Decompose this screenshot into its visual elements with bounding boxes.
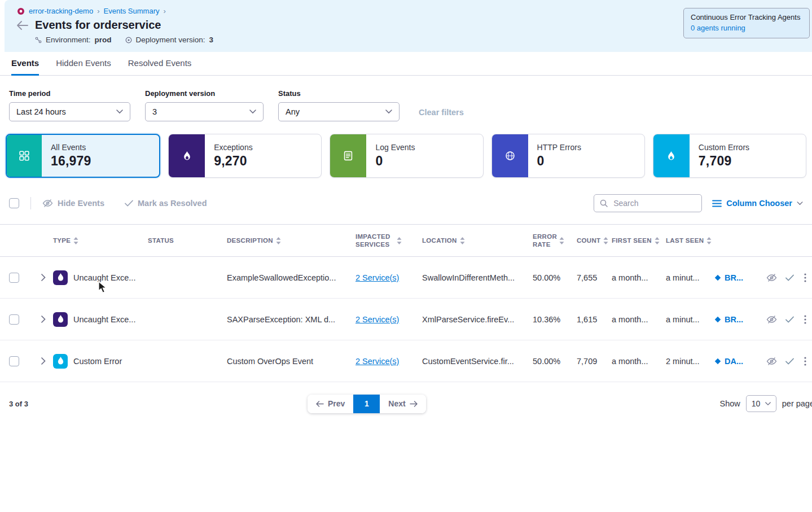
card-all-events[interactable]: All Events 16,979 xyxy=(6,134,160,178)
clear-filters-button[interactable]: Clear filters xyxy=(419,108,464,117)
flame-icon xyxy=(57,273,64,282)
mark-resolved-button[interactable]: Mark as Resolved xyxy=(125,199,207,208)
table-row: Uncaught Exce... ExampleSwallowedExcepti… xyxy=(0,257,812,299)
row-menu-button[interactable] xyxy=(798,357,812,366)
hide-event-button[interactable] xyxy=(762,273,781,282)
environment-label: Environment: xyxy=(46,36,91,44)
eye-slash-icon xyxy=(42,199,53,208)
row-checkbox[interactable] xyxy=(9,356,19,366)
select-all-checkbox[interactable] xyxy=(9,198,19,208)
ticket-link[interactable]: DA... xyxy=(714,357,762,366)
impacted-services-link[interactable]: 2 Service(s) xyxy=(355,273,399,282)
page-size-select[interactable]: 10 xyxy=(746,395,776,412)
tab-hidden-events[interactable]: Hidden Events xyxy=(56,52,111,76)
column-chooser-button[interactable]: Column Chooser xyxy=(712,199,803,208)
time-period-select[interactable]: Last 24 hours xyxy=(9,102,130,121)
row-checkbox[interactable] xyxy=(9,314,19,325)
column-header-last-seen[interactable]: Last Seen xyxy=(666,237,714,244)
column-header-error-rate[interactable]: Error Rate xyxy=(533,233,577,249)
sort-icon[interactable] xyxy=(276,237,281,244)
event-location: CustomEventService.fir... xyxy=(422,357,533,366)
sort-icon[interactable] xyxy=(655,237,660,244)
time-period-label: Time period xyxy=(9,89,130,98)
sort-icon[interactable] xyxy=(397,237,402,244)
chevron-down-icon xyxy=(249,110,256,114)
column-header-type[interactable]: Type xyxy=(53,237,148,244)
breadcrumb-link-events-summary[interactable]: Events Summary xyxy=(104,7,160,15)
card-exceptions[interactable]: Exceptions 9,270 xyxy=(168,134,322,178)
chevron-right-icon xyxy=(41,316,46,323)
event-description: Custom OverOps Event xyxy=(227,357,355,366)
last-seen: 2 minut... xyxy=(666,357,714,366)
hide-events-button[interactable]: Hide Events xyxy=(42,199,104,208)
row-menu-button[interactable] xyxy=(798,315,812,324)
events-table: Type Status Description Impacted Service… xyxy=(0,224,812,382)
row-checkbox[interactable] xyxy=(9,273,19,283)
hide-events-label: Hide Events xyxy=(58,199,104,208)
hide-event-button[interactable] xyxy=(762,357,781,366)
arrow-left-icon xyxy=(17,21,28,30)
column-header-description[interactable]: Description xyxy=(227,237,355,244)
event-description: ExampleSwallowedExceptio... xyxy=(227,273,355,282)
status-select[interactable]: Any xyxy=(278,102,400,121)
back-button[interactable] xyxy=(17,21,28,30)
first-seen: a month... xyxy=(612,357,666,366)
impacted-services-link[interactable]: 2 Service(s) xyxy=(355,357,399,366)
deployment-version-select[interactable]: 3 xyxy=(145,102,264,121)
resolve-event-button[interactable] xyxy=(781,316,798,323)
deployment-version-label: Deployment version xyxy=(145,89,264,98)
agents-panel-title: Continuous Error Tracking Agents xyxy=(691,13,802,22)
next-page-button[interactable]: Next xyxy=(380,395,425,413)
deployment-icon xyxy=(125,37,132,43)
sort-icon[interactable] xyxy=(73,237,78,244)
mark-resolved-label: Mark as Resolved xyxy=(138,199,207,208)
event-count: 7,655 xyxy=(577,273,612,282)
card-custom-errors[interactable]: Custom Errors 7,709 xyxy=(653,134,806,178)
sort-icon[interactable] xyxy=(706,237,712,244)
diamond-icon xyxy=(714,358,721,365)
grid-icon xyxy=(19,151,29,161)
column-header-location[interactable]: Location xyxy=(422,237,533,244)
check-icon xyxy=(785,316,794,323)
hide-event-button[interactable] xyxy=(762,315,781,324)
expand-row-button[interactable] xyxy=(34,316,53,323)
sort-icon[interactable] xyxy=(603,237,608,244)
card-log-events[interactable]: Log Events 0 xyxy=(330,134,483,178)
search-input[interactable] xyxy=(612,198,696,208)
flame-icon xyxy=(667,151,675,161)
sort-icon[interactable] xyxy=(460,237,465,244)
error-rate: 50.00% xyxy=(533,273,577,282)
page-1-button[interactable]: 1 xyxy=(353,395,380,413)
card-label: HTTP Errors xyxy=(537,143,581,152)
column-header-count[interactable]: Count xyxy=(577,237,612,244)
card-label: Log Events xyxy=(375,143,415,152)
tab-resolved-events[interactable]: Resolved Events xyxy=(128,52,192,76)
resolve-event-button[interactable] xyxy=(781,274,798,281)
ticket-link[interactable]: BR... xyxy=(714,273,762,282)
row-menu-button[interactable] xyxy=(798,273,812,282)
menu-icon xyxy=(712,200,722,207)
event-type: Uncaught Exce... xyxy=(73,273,139,282)
expand-row-button[interactable] xyxy=(34,357,53,365)
ticket-link[interactable]: BR... xyxy=(714,315,762,324)
flame-icon xyxy=(57,315,64,323)
card-http-errors[interactable]: HTTP Errors 0 xyxy=(491,134,645,178)
breadcrumb-link-project[interactable]: error-tracking-demo xyxy=(29,7,93,15)
card-label: All Events xyxy=(51,143,91,152)
tab-events[interactable]: Events xyxy=(11,52,39,76)
column-chooser-label: Column Chooser xyxy=(726,199,792,208)
pagination-bar: 3 of 3 Prev 1 Next Show 10 per page xyxy=(0,393,812,414)
impacted-services-link[interactable]: 2 Service(s) xyxy=(355,315,399,324)
column-header-impacted-services[interactable]: Impacted Services xyxy=(355,233,422,249)
agents-running-link[interactable]: 0 agents running xyxy=(691,24,802,33)
event-description: SAXParseException: XML d... xyxy=(227,315,355,324)
column-header-status[interactable]: Status xyxy=(148,237,227,244)
sort-icon[interactable] xyxy=(559,237,564,244)
prev-page-button[interactable]: Prev xyxy=(308,395,353,413)
diamond-icon xyxy=(714,316,721,323)
expand-row-button[interactable] xyxy=(34,274,53,281)
flame-icon xyxy=(183,151,191,161)
resolve-event-button[interactable] xyxy=(781,358,798,365)
column-header-first-seen[interactable]: First Seen xyxy=(612,237,666,244)
eye-slash-icon xyxy=(766,273,777,282)
